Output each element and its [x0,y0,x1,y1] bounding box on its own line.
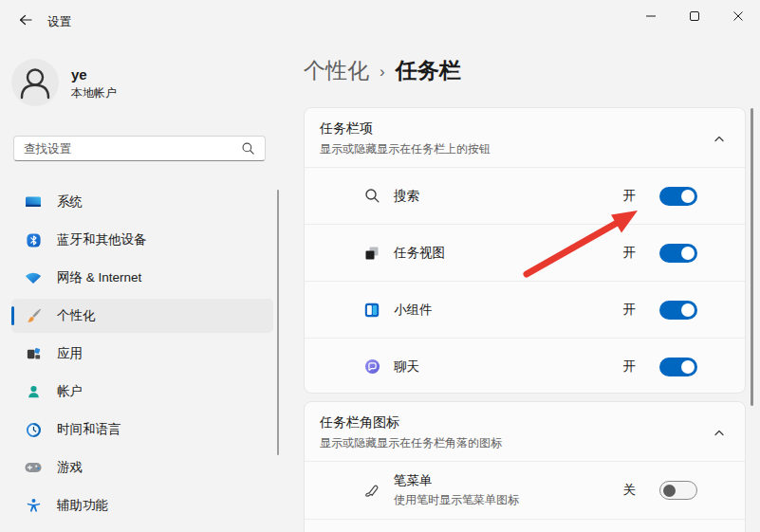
pen-menu-toggle[interactable] [659,481,697,500]
window-title: 设置 [47,14,71,30]
search-toggle[interactable] [659,187,697,206]
sidebar-item-network[interactable]: 网络 & Internet [11,261,273,295]
sidebar-item-label: 网络 & Internet [57,269,141,286]
chevron-up-icon [714,428,725,439]
page-title: 任务栏 [396,56,461,85]
toggle-row-label: 聊天 [394,358,610,376]
section-title: 任务栏角图标 [320,414,730,431]
person-icon [11,59,59,106]
toggle-row-pen-menu: 笔菜单 使用笔时显示笔菜单图标 关 [305,461,745,519]
toggle-state-label: 开 [623,358,637,376]
taskbar-corner-icons-header: 任务栏角图标 显示或隐藏显示在任务栏角落的图标 [305,402,745,461]
toggle-state-label: 开 [623,302,637,319]
personalization-icon [25,307,42,324]
toggle-state-label: 关 [623,482,637,499]
search-icon [241,141,255,156]
chat-icon [363,358,380,376]
taskbar-items-header: 任务栏项 显示或隐藏显示在任务栏上的按钮 [305,108,745,167]
widgets-toggle[interactable] [659,301,697,320]
gaming-icon [25,459,42,476]
toggle-row-label: 小组件 [394,302,610,319]
sidebar-item-label: 帐户 [57,383,83,400]
bluetooth-icon [25,231,42,248]
toggle-row-label: 搜索 [394,188,610,205]
sidebar-item-label: 应用 [57,345,83,362]
user-account-type: 本地帐户 [71,85,117,101]
main-scrollbar[interactable] [751,108,753,406]
breadcrumb-separator: › [380,60,385,82]
close-button[interactable] [716,0,760,32]
toggle-row-label: 笔菜单 [394,472,610,489]
collapse-expander-button[interactable] [709,129,730,150]
minimize-icon [645,10,657,22]
sidebar-item-personalization[interactable]: 个性化 [11,299,273,333]
minimize-button[interactable] [629,0,673,32]
sidebar-item-label: 辅助功能 [57,497,108,514]
taskbar-items-card: 任务栏项 显示或隐藏显示在任务栏上的按钮 搜索 开 [304,107,746,394]
sidebar-item-accessibility[interactable]: 辅助功能 [11,488,273,523]
task-view-toggle[interactable] [659,244,697,263]
chat-toggle[interactable] [659,358,697,376]
section-subtitle: 显示或隐藏显示在任务栏角落的图标 [320,435,730,451]
titlebar: 设置 [0,0,760,38]
toggle-state-label: 开 [623,245,637,262]
search-input[interactable] [24,142,241,156]
sidebar-nav: 系统 蓝牙和其他设备 网络 & Inter [0,183,285,524]
collapse-expander-button[interactable] [709,423,730,444]
sidebar-item-label: 个性化 [57,307,96,324]
sidebar-item-system[interactable]: 系统 [11,185,273,219]
maximize-button[interactable] [673,0,716,32]
sidebar-item-label: 游戏 [57,459,83,476]
accounts-icon [25,383,42,400]
avatar [11,59,59,106]
sidebar-item-time-language[interactable]: 时间和语言 [11,413,273,447]
section-subtitle: 显示或隐藏显示在任务栏上的按钮 [320,141,730,157]
breadcrumb: 个性化 › 任务栏 [304,55,461,85]
back-button[interactable] [11,9,40,31]
task-view-icon [363,245,380,262]
toggle-row-search: 搜索 开 [305,167,745,224]
user-name: ye [71,66,87,83]
search-icon [363,188,380,205]
toggle-row-label: 任务视图 [394,245,610,262]
toggle-row-task-view: 任务视图 开 [305,224,745,281]
user-account-block[interactable]: ye 本地帐户 [11,59,258,108]
sidebar-item-label: 时间和语言 [57,421,121,438]
selected-indicator [11,306,14,325]
back-arrow-icon [18,12,33,28]
sidebar-item-accounts[interactable]: 帐户 [11,375,273,409]
widgets-icon [363,302,380,319]
sidebar-item-apps[interactable]: 应用 [11,337,273,371]
time-language-icon [25,421,42,438]
toggle-row-widgets: 小组件 开 [305,281,745,338]
chevron-up-icon [714,134,725,145]
next-row-partial [305,519,745,532]
system-icon [25,193,42,211]
apps-icon [25,345,42,362]
maximize-icon [689,10,700,22]
main-content: 个性化 › 任务栏 任务栏项 显示或隐藏显示在任务栏上的按钮 搜索 开 [285,38,760,532]
taskbar-corner-icons-card: 任务栏角图标 显示或隐藏显示在任务栏角落的图标 笔菜单 使用笔时显示笔菜单图标 … [304,401,746,532]
close-icon [732,10,744,22]
sidebar-item-bluetooth-devices[interactable]: 蓝牙和其他设备 [11,223,273,257]
window-controls [629,0,760,32]
toggle-row-text: 笔菜单 使用笔时显示笔菜单图标 [394,472,610,508]
section-title: 任务栏项 [320,120,730,138]
toggle-row-chat: 聊天 开 [305,338,745,394]
sidebar-item-label: 蓝牙和其他设备 [57,231,147,248]
accessibility-icon [25,497,42,514]
sidebar-item-gaming[interactable]: 游戏 [11,450,273,485]
pen-menu-icon [363,482,380,499]
toggle-state-label: 开 [623,188,637,205]
sidebar: ye 本地帐户 系统 [0,38,285,532]
sidebar-scrollbar[interactable] [277,190,279,455]
toggle-row-description: 使用笔时显示笔菜单图标 [394,492,610,508]
sidebar-item-label: 系统 [57,193,83,211]
network-icon [25,269,42,286]
settings-search-box[interactable] [13,136,266,161]
breadcrumb-parent[interactable]: 个性化 [304,56,369,85]
